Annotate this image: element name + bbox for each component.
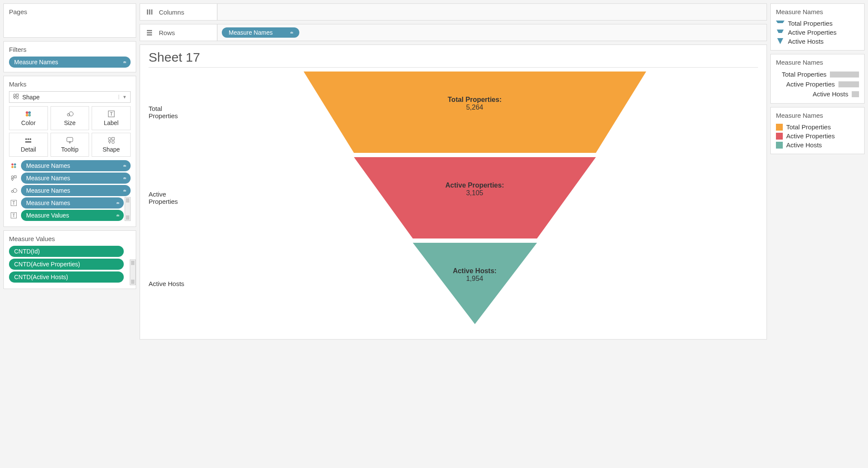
color-legend-label: Active Properties	[786, 132, 835, 140]
measure-value-pill[interactable]: CNTD(Active Properties)	[9, 259, 124, 270]
worksheet-view[interactable]: Sheet 17 Total Properties Total Properti…	[140, 45, 767, 340]
rows-shelf[interactable]: Rows Measure Names ≐	[140, 24, 767, 41]
color-legend-item[interactable]: Active Hosts	[776, 140, 859, 149]
color-legend[interactable]: Measure Names Total PropertiesActive Pro…	[770, 107, 865, 154]
mark-pill-row: TMeasure Names≐	[9, 197, 131, 209]
svg-text:T: T	[12, 201, 15, 206]
sort-icon: ≐	[290, 30, 292, 35]
shape-legend-label: Active Hosts	[788, 38, 823, 45]
funnel-segment[interactable]: Total Properties:5,264	[191, 69, 758, 155]
shape-legend[interactable]: Measure Names Total PropertiesActive Pro…	[770, 3, 865, 51]
sort-icon: ≐	[123, 188, 125, 193]
mark-pill[interactable]: Measure Names≐	[21, 197, 124, 209]
shape-icon	[9, 173, 18, 183]
sort-icon: ≐	[123, 60, 125, 65]
svg-marker-2	[13, 97, 16, 99]
svg-marker-45	[777, 30, 784, 33]
sheet-title: Sheet 17	[149, 50, 758, 68]
measure-value-label: CNTD(Active Hosts)	[14, 274, 68, 280]
measure-value-pill[interactable]: CNTD(Id)	[9, 246, 124, 257]
mark-pill[interactable]: Measure Names≐	[21, 173, 131, 184]
measure-values-title: Measure Values	[9, 235, 131, 242]
svg-rect-36	[149, 9, 150, 15]
shape-legend-item[interactable]: Active Hosts	[776, 37, 859, 46]
filter-pill-label: Measure Names	[14, 59, 58, 66]
svg-marker-46	[777, 38, 783, 44]
rows-pill-measure-names[interactable]: Measure Names ≐	[222, 27, 299, 38]
svg-point-13	[27, 138, 29, 140]
mark-pill-row: Measure Names≐	[9, 173, 131, 184]
shape-legend-item[interactable]: Active Properties	[776, 28, 859, 37]
mark-pill[interactable]: Measure Names≐	[21, 160, 131, 171]
size-legend-label: Active Properties	[776, 80, 835, 88]
size-legend-item[interactable]: Active Hosts	[776, 89, 859, 99]
color-legend-item[interactable]: Active Properties	[776, 131, 859, 140]
svg-marker-42	[354, 157, 596, 238]
svg-marker-28	[11, 179, 14, 181]
size-icon	[9, 186, 18, 195]
measure-values-shelf[interactable]: Measure Values CNTD(Id)CNTD(Active Prope…	[3, 230, 136, 289]
mark-pill[interactable]: Measure Values≐	[21, 210, 124, 221]
marks-detail-label: Detail	[21, 146, 36, 153]
color-legend-item[interactable]: Total Properties	[776, 122, 859, 131]
funnel-row-label: Total Properties	[149, 105, 191, 119]
left-sidebar: Pages Filters Measure Names ≐ Marks Shap…	[3, 3, 136, 340]
filter-pill-measure-names[interactable]: Measure Names ≐	[9, 57, 131, 68]
rows-icon	[146, 29, 153, 36]
scrollbar[interactable]	[130, 259, 136, 285]
svg-point-23	[14, 164, 16, 166]
columns-drop-zone[interactable]	[217, 4, 767, 20]
svg-rect-38	[147, 30, 152, 31]
columns-shelf[interactable]: Columns	[140, 3, 767, 21]
svg-point-30	[13, 189, 17, 193]
svg-point-0	[14, 94, 16, 96]
shape-legend-label: Total Properties	[788, 20, 832, 27]
shape-select-icon	[13, 93, 19, 101]
mark-pill-label: Measure Names	[26, 162, 70, 169]
svg-point-8	[67, 113, 70, 116]
shape-legend-item[interactable]: Total Properties	[776, 19, 859, 28]
size-legend-item[interactable]: Active Properties	[776, 79, 859, 89]
shape-legend-label: Active Properties	[788, 29, 836, 36]
svg-marker-44	[776, 21, 784, 23]
svg-point-4	[26, 111, 28, 114]
marks-detail-button[interactable]: Detail	[9, 133, 48, 157]
svg-rect-35	[147, 9, 148, 15]
color-legend-title: Measure Names	[776, 112, 859, 119]
mark-pill-row: TMeasure Values≐	[9, 210, 131, 221]
rows-drop-zone[interactable]: Measure Names ≐	[217, 24, 767, 41]
pages-shelf[interactable]: Pages	[3, 3, 136, 38]
marks-type-select[interactable]: Shape ▼	[9, 91, 131, 103]
scrollbar[interactable]	[125, 197, 131, 221]
svg-point-14	[30, 138, 31, 140]
svg-point-26	[12, 176, 14, 178]
mark-pill-label: Measure Names	[26, 200, 70, 206]
mark-pill[interactable]: Measure Names≐	[21, 185, 131, 196]
filters-shelf[interactable]: Filters Measure Names ≐	[3, 41, 136, 72]
marks-size-label: Size	[64, 119, 75, 126]
text-icon: T	[9, 211, 18, 220]
funnel-row: Active Properties Active Properties:3,10…	[149, 155, 758, 241]
shape-legend-icon	[776, 38, 784, 45]
size-legend[interactable]: Measure Names Total PropertiesActive Pro…	[770, 54, 865, 104]
marks-tooltip-button[interactable]: Tooltip	[51, 133, 89, 157]
marks-size-button[interactable]: Size	[51, 106, 89, 130]
marks-tooltip-label: Tooltip	[61, 146, 78, 153]
marks-color-button[interactable]: Color	[9, 106, 48, 130]
marks-label-label: Label	[104, 119, 119, 126]
tooltip-icon	[66, 137, 73, 144]
rows-label: Rows	[159, 29, 175, 36]
funnel-segment[interactable]: Active Hosts:1,954	[191, 241, 758, 326]
size-legend-item[interactable]: Total Properties	[776, 69, 859, 79]
marks-shape-button[interactable]: Shape	[92, 133, 131, 157]
marks-label-button[interactable]: T Label	[92, 106, 131, 130]
size-legend-title: Measure Names	[776, 59, 859, 66]
pages-title: Pages	[9, 8, 131, 15]
mark-pill-row: Measure Names≐	[9, 185, 131, 196]
svg-point-24	[12, 166, 14, 168]
funnel-segment[interactable]: Active Properties:3,105	[191, 155, 758, 241]
mark-pill-label: Measure Names	[26, 187, 70, 194]
label-icon: T	[108, 110, 115, 118]
shape-legend-title: Measure Names	[776, 8, 859, 15]
measure-value-pill[interactable]: CNTD(Active Hosts)	[9, 271, 124, 283]
